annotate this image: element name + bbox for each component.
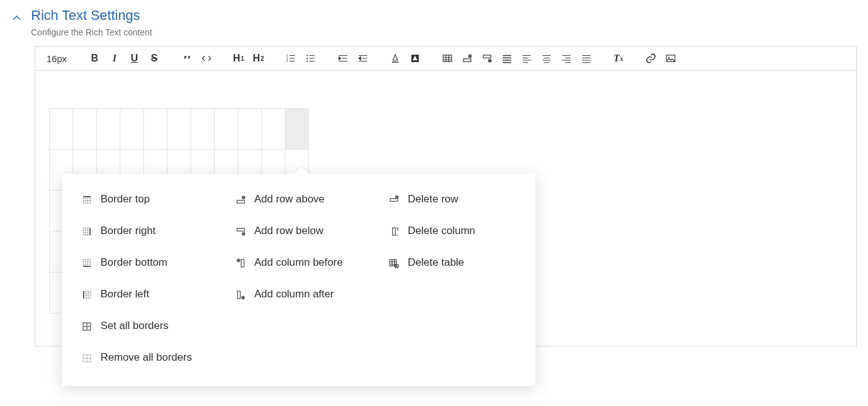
add-row-above-icon [235,194,247,206]
underline-button[interactable]: U [128,52,141,65]
border-right-icon [81,225,93,238]
delete-row-icon [388,194,400,206]
table-cell[interactable] [215,109,238,150]
menu-add-column-after[interactable]: Add column after [235,287,364,302]
svg-rect-8 [443,55,452,62]
menu-label: Add column before [254,256,343,270]
remove-all-borders-icon [81,352,93,364]
blockquote-button[interactable] [180,52,194,65]
table-cell[interactable] [285,109,309,150]
code-button[interactable] [200,52,213,65]
svg-rect-17 [83,266,91,267]
delete-table-icon [388,257,400,269]
outdent-button[interactable] [356,52,370,65]
image-button[interactable] [664,52,678,65]
svg-rect-11 [483,55,491,58]
page-title: Rich Text Settings [31,7,152,24]
align-right-button[interactable] [560,52,573,65]
menu-label: Add row below [254,224,324,238]
menu-border-bottom[interactable]: Border bottom [81,256,210,270]
svg-rect-9 [463,59,471,62]
font-size-display[interactable]: 16px [44,53,69,64]
table-cell[interactable] [168,109,191,150]
menu-label: Add row above [254,192,324,207]
svg-rect-21 [237,201,244,204]
add-row-below-icon [235,225,247,238]
align-center-button[interactable] [540,52,553,65]
table-cell[interactable] [144,109,168,150]
insert-row-button[interactable] [460,52,474,65]
menu-delete-column[interactable]: Delete column [388,224,517,238]
table-cell[interactable] [50,109,73,150]
collapse-icon[interactable] [11,12,22,24]
heading1-button[interactable]: H1 [232,52,246,65]
section-header: Rich Text Settings Configure the Rich Te… [0,0,868,37]
menu-label: Border right [101,224,156,238]
unordered-list-button[interactable] [304,52,318,65]
table-button[interactable] [441,52,454,65]
align-left-button[interactable] [520,52,534,65]
align-justify2-button[interactable] [579,52,593,65]
svg-rect-29 [390,199,398,202]
link-button[interactable] [644,52,658,65]
add-column-after-icon [235,289,247,301]
align-justify-button[interactable] [500,52,514,65]
table-cell[interactable] [73,109,97,150]
table-cell[interactable] [262,109,285,150]
highlight-button[interactable] [408,52,422,65]
menu-add-column-before[interactable]: Add column before [235,256,364,270]
svg-rect-18 [83,291,84,299]
strikethrough-button[interactable]: S [148,52,161,65]
menu-border-right[interactable]: Border right [81,224,210,238]
menu-border-left[interactable]: Border left [81,287,210,302]
svg-rect-23 [237,228,244,232]
svg-rect-6 [391,61,398,63]
clear-format-button[interactable]: Tx [612,52,625,65]
menu-remove-all-borders[interactable]: Remove all borders [81,351,210,365]
heading2-button[interactable]: H2 [252,52,266,65]
menu-border-top[interactable]: Border top [81,192,210,207]
menu-label: Border top [101,192,150,207]
menu-add-row-below[interactable]: Add row below [235,224,364,238]
table-context-menu: Border topBorder rightBorder bottomBorde… [62,174,535,386]
border-bottom-icon [81,257,93,269]
menu-delete-table[interactable]: Delete table [388,256,517,270]
add-column-before-icon [235,257,247,269]
border-top-icon [81,194,93,206]
table-cell[interactable] [238,109,262,150]
menu-label: Delete row [408,192,458,207]
menu-label: Border bottom [101,256,168,270]
menu-label: Add column after [254,287,334,302]
menu-set-all-borders[interactable]: Set all borders [81,319,210,333]
svg-point-5 [306,60,307,61]
svg-rect-16 [90,228,91,235]
menu-label: Delete column [408,224,475,238]
menu-label: Border left [101,287,149,302]
table-cell[interactable] [120,109,144,150]
delete-column-icon [388,225,400,238]
set-all-borders-icon [81,320,93,333]
menu-add-row-above[interactable]: Add row above [235,192,364,207]
menu-delete-row[interactable]: Delete row [388,192,517,207]
editor-toolbar: 16px B I U S H1 H2 123 Tx [35,47,856,71]
svg-point-3 [306,55,307,56]
page-subtitle: Configure the Rich Text content [31,27,152,37]
insert-row-below-button[interactable] [480,52,494,65]
svg-rect-15 [83,196,91,197]
border-left-icon [81,289,93,301]
svg-rect-27 [237,291,240,299]
indent-button[interactable] [336,52,350,65]
menu-label: Remove all borders [101,351,192,365]
bold-button[interactable]: B [88,52,102,65]
svg-rect-31 [393,228,396,235]
svg-text:3: 3 [286,60,288,63]
svg-rect-25 [241,259,244,267]
table-cell[interactable] [191,109,215,150]
svg-point-4 [306,58,307,59]
menu-label: Delete table [408,256,464,270]
font-color-button[interactable] [388,52,402,65]
italic-button[interactable]: I [108,52,122,65]
menu-label: Set all borders [101,319,169,333]
table-cell[interactable] [97,109,120,150]
ordered-list-button[interactable]: 123 [284,52,298,65]
